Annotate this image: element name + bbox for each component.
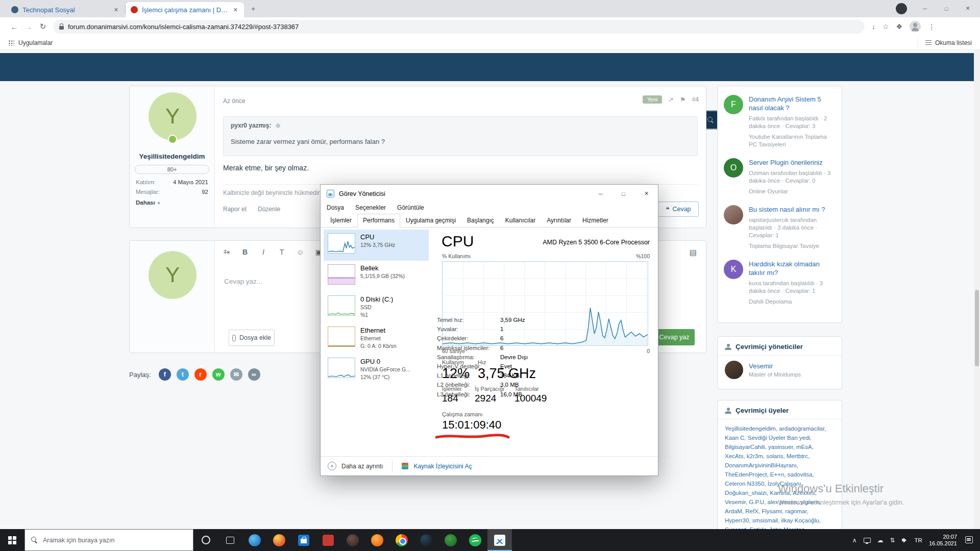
topic-title[interactable]: Server Plugin önerileriniz [749,158,836,167]
language-indicator[interactable]: TR [915,537,922,543]
remove-format-icon[interactable]: Tx [223,249,230,255]
taskbar-app-edge[interactable] [242,529,267,551]
editor-placeholder[interactable]: Cevap yaz... [224,278,262,285]
tm-minimize-button[interactable]: ─ [589,185,612,203]
topic-category[interactable]: Online Oyunlar [749,188,836,195]
reddit-icon[interactable]: r [194,368,207,381]
facebook-icon[interactable]: f [159,368,171,381]
cortana-button[interactable] [193,529,218,551]
scrollbar[interactable] [974,50,980,529]
tab-app-history[interactable]: Uygulama geçmişi [400,214,461,228]
scrollbar-thumb[interactable] [975,290,979,366]
taskbar-app-chrome[interactable] [389,529,414,551]
tab-details[interactable]: Ayrıntılar [541,214,577,228]
post-number[interactable]: #4 [692,96,699,103]
taskbar-app-task-manager[interactable] [487,529,512,551]
task-manager-titlebar[interactable]: Görev Yöneticisi ─ □ ✕ [321,185,658,203]
window-close-button[interactable]: ✕ [958,0,978,17]
taskbar-app-steam[interactable] [414,529,438,551]
topic-row[interactable]: K Harddisk kızak olmadan takılır mı? kux… [724,255,836,311]
members-list[interactable]: Yeşillisitedengeldim, ardadogramacilar, … [718,419,842,531]
tm-maximize-button[interactable]: □ [612,185,635,203]
reply-button[interactable]: ❝ Cevap [658,202,699,217]
whatsapp-icon[interactable]: w [212,368,225,381]
new-tab-button[interactable]: + [251,5,255,13]
url-box[interactable]: forum.donanimarsivi.com/konu/islemci-cal… [53,20,865,34]
tab-processes[interactable]: İşlemler [325,214,357,228]
taskbar-search-box[interactable] [24,529,193,551]
bookmark-icon[interactable]: ⚑ [680,96,686,104]
tab-users[interactable]: Kullanıcılar [500,214,541,228]
post-timestamp[interactable]: Az önce [223,97,245,105]
onedrive-cloud-icon[interactable]: ☁ [877,537,884,544]
topic-row[interactable]: O Server Plugin önerileriniz Oziman tara… [724,154,836,201]
apps-grid-icon[interactable] [8,40,14,46]
sidebar-item-memory[interactable]: Bellek 5,1/15,9 GB (32%) [324,261,429,292]
topic-row[interactable]: F Donanım Arşivi Sistem 5 nasıl olacak ?… [724,90,836,154]
taskbar-app-cup[interactable] [340,529,365,551]
emoji-icon[interactable]: ☺ [297,248,304,256]
taskbar-app-firefox[interactable] [267,529,291,551]
avatar[interactable]: Y [149,92,197,140]
tab2-close-icon[interactable]: ✕ [232,7,239,13]
author-name[interactable]: Yeşillisitedengeldim [130,153,214,160]
edit-link[interactable]: Düzenle [258,206,280,213]
topic-category[interactable]: Dahili Depolama [749,298,836,306]
bookmark-star-icon[interactable]: ☆ [883,22,889,31]
display-tray-icon[interactable] [864,538,871,543]
report-link[interactable]: Rapor et [223,206,247,213]
moderator-name[interactable]: Vesemir [749,362,801,370]
topic-title[interactable]: Harddisk kızak olmadan takılır mı? [749,260,836,277]
taskbar-search-input[interactable] [43,537,176,544]
moderator-row[interactable]: Vesemir Master of Minidumps [718,356,842,384]
window-maximize-button[interactable]: □ [936,0,957,17]
bold-icon[interactable]: B [241,248,249,256]
taskbar-app-green[interactable] [438,529,463,551]
start-button[interactable] [0,529,24,551]
sidebar-item-ethernet[interactable]: Ethernet Ethernet G: 0 A: 0 Kb/sn [324,323,429,354]
topic-row[interactable]: Bu sistem nasıl alınır mı ? rapstarjuste… [724,201,836,255]
download-icon[interactable]: ↓ [872,22,875,31]
taskbar-app-spotify[interactable] [463,529,487,551]
tray-chevron-up-icon[interactable]: ∧ [852,537,857,544]
copy-link-icon[interactable]: ∞ [248,368,260,381]
attach-file-button[interactable]: Dosya ekle [229,330,275,346]
font-size-icon[interactable]: T [278,248,285,256]
taskbar-app-orange[interactable] [365,529,389,551]
submit-reply-button[interactable]: Cevap yaz [654,329,695,345]
window-minimize-button[interactable]: ─ [915,0,935,17]
menu-options[interactable]: Seçenekler [355,204,386,211]
task-view-button[interactable] [218,529,242,551]
gallery-icon[interactable]: ▤ [690,248,697,257]
browser-profile-badge-icon[interactable] [896,3,907,14]
sidebar-item-gpu[interactable]: GPU 0 NVIDIA GeForce G... 12% (37 °C) [324,354,429,385]
chevron-up-icon[interactable]: ∧ [328,462,336,470]
taskbar-clock[interactable]: 20:07 16.05.2021 [929,534,957,547]
volume-icon[interactable] [902,537,908,543]
menu-view[interactable]: Görüntüle [397,204,424,211]
browser-menu-icon[interactable]: ⋮ [928,22,935,31]
open-resource-monitor-link[interactable]: Kaynak İzleyicisini Aç [413,463,472,470]
tab1-close-icon[interactable]: ✕ [113,7,119,13]
sidebar-item-cpu[interactable]: CPU 12% 3,75 GHz [324,230,429,261]
tm-close-button[interactable]: ✕ [635,185,658,203]
taskbar-app-red[interactable] [316,529,340,551]
forward-icon[interactable]: → [21,22,36,31]
reload-icon[interactable]: ↻ [36,22,50,31]
topic-category[interactable]: Youtube Kanallarının Toplama PC Tavsiyel… [749,133,836,148]
italic-icon[interactable]: I [260,248,267,256]
back-icon[interactable]: ← [7,22,21,31]
tab-services[interactable]: Hizmetler [577,214,614,228]
tab-performance[interactable]: Performans [357,214,400,228]
taskbar-app-store[interactable] [291,529,316,551]
notification-center-icon[interactable] [965,536,973,543]
menu-file[interactable]: Dosya [327,204,344,211]
sidebar-item-disk[interactable]: 0 Diski (C:) SSD %1 [324,292,429,323]
extensions-icon[interactable]: ❖ [896,22,903,31]
quote-author[interactable]: pyxr0 yazmış: [231,122,271,129]
tab-startup[interactable]: Başlangıç [461,214,500,228]
bookmarks-apps-label[interactable]: Uygulamalar [18,39,53,46]
share-icon[interactable]: ↗ [668,96,674,104]
less-details-button[interactable]: Daha az ayrıntı [341,463,383,470]
browser-tab-2-active[interactable]: İşlemci çalışma zamanı | Donanım... ✕ [126,2,244,17]
